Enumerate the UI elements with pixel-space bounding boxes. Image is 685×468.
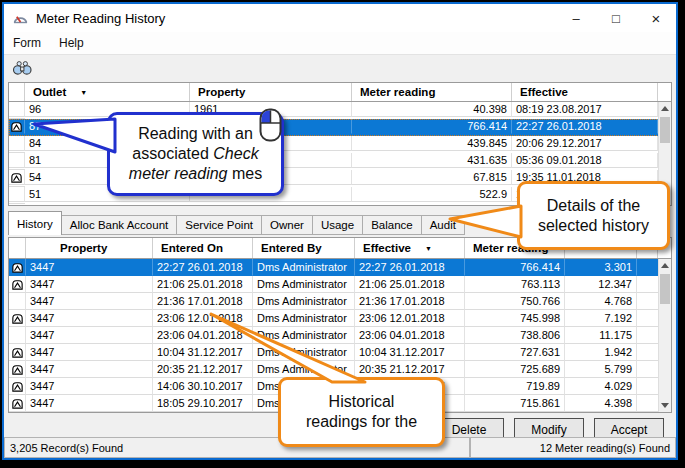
row-gutter [9,187,25,202]
row-gutter [9,119,25,134]
column-header-meter-reading[interactable]: Meter reading [352,83,512,101]
table-cell: 5.799 [565,361,637,378]
callout-line: selected history [520,216,667,236]
callout-line: Details of the [520,196,667,216]
history-table-scrollbar[interactable] [658,259,671,412]
scroll-down-icon[interactable] [659,399,671,412]
check-message-icon [10,171,23,184]
column-header-entered-by[interactable]: Entered By [253,238,355,258]
maximize-button[interactable]: □ [596,4,636,32]
tab-usage[interactable]: Usage [313,215,363,235]
column-header-property[interactable]: Property [26,238,153,258]
close-button[interactable]: × [636,4,676,32]
row-filler [637,327,658,344]
table-cell: 4.029 [565,378,637,395]
minimize-button[interactable]: – [556,4,596,32]
row-gutter [9,259,26,276]
row-gutter [9,136,25,151]
check-message-icon [11,346,24,359]
callout-line: Historical [281,392,442,412]
table-cell: 3447 [26,378,153,395]
table-cell: 23:06 04.01.2018 [355,327,465,344]
row-gutter [9,102,25,117]
table-cell: 3447 [26,344,153,361]
table-cell: 11.175 [565,327,637,344]
table-cell: 22:27 26.01.2018 [355,259,465,276]
table-cell: 3447 [26,276,153,293]
table-cell: 3447 [26,327,153,344]
scroll-up-icon[interactable] [659,102,671,115]
table-cell: 10:04 31.12.2017 [355,344,465,361]
table-cell: 3.301 [565,259,637,276]
table-cell: 3447 [26,361,153,378]
tab-service-point[interactable]: Service Point [177,215,262,235]
row-gutter [9,378,26,395]
screenshot-frame: Meter Reading History – □ × Form Help [0,0,685,468]
row-gutter [9,310,26,327]
check-message-icon [11,397,24,410]
sort-desc-icon: ▼ [80,89,87,96]
window-controls: – □ × [556,4,676,32]
tab-balance[interactable]: Balance [363,215,422,235]
table-cell: 763.113 [465,276,565,293]
table-cell: Dms Administrator [253,276,355,293]
table-cell: 3447 [26,259,153,276]
tab-owner[interactable]: Owner [262,215,313,235]
sort-desc-icon: ▼ [425,245,432,252]
table-cell: 431.635 [352,153,512,168]
check-message-icon [11,380,24,393]
row-filler [637,293,658,310]
callout-check-reading-tail [30,110,120,165]
callout-line: Reading with an [110,124,281,144]
row-filler [637,361,658,378]
table-cell: 21:06 25.01.2018 [355,276,465,293]
title-bar: Meter Reading History – □ × [4,4,676,32]
callout-line: associated Check [110,144,281,164]
column-header-effective[interactable]: Effective [512,83,658,101]
meter-reading-count: 12 Meter reading(s) Found [470,437,676,458]
window-title: Meter Reading History [36,11,165,26]
scrollbar-thumb[interactable] [660,274,670,304]
column-header-outlet[interactable]: Outlet ▼ [25,83,190,101]
table-cell: 20:06 29.12.2017 [512,136,658,151]
table-cell: 22:27 26.01.2018 [512,119,658,134]
callout-line: readings for the [281,412,442,432]
table-row[interactable]: 344721:06 25.01.2018Dms Administrator21:… [9,276,671,293]
table-cell: 18:05 29.10.2017 [153,395,253,412]
table-row[interactable]: 344722:27 26.01.2018Dms Administrator22:… [9,259,671,276]
table-cell: 766.414 [352,119,512,134]
scrollbar-thumb[interactable] [660,117,670,143]
check-message-icon [11,312,24,325]
table-cell: 20:35 21.12.2017 [355,361,465,378]
callout-details-tail [445,198,525,244]
menu-help[interactable]: Help [50,33,93,53]
table-cell: 727.631 [465,344,565,361]
table-cell: 3447 [26,293,153,310]
menu-bar: Form Help [4,32,676,54]
search-button[interactable] [9,57,35,79]
tab-alloc-bank-account[interactable]: Alloc Bank Account [62,215,177,235]
table-cell: 05:36 09.01.2018 [512,153,658,168]
table-cell: 766.414 [465,259,565,276]
menu-form[interactable]: Form [4,33,50,53]
row-filler [637,395,658,412]
table-cell: 3447 [26,395,153,412]
callout-historical: Historicalreadings for the [278,377,445,447]
check-message-icon [11,278,24,291]
row-gutter [9,293,26,310]
header-gutter [9,83,25,101]
callout-details: Details of theselected history [517,181,670,250]
column-header-property[interactable]: Property [190,83,352,101]
row-filler [637,259,658,276]
row-filler [637,310,658,327]
table-cell: 22:27 26.01.2018 [153,259,253,276]
table-cell: 745.998 [465,310,565,327]
table-cell: 4.768 [565,293,637,310]
binoculars-icon [12,60,33,76]
row-gutter [9,344,26,361]
scroll-up-icon[interactable] [659,259,671,272]
toolbar [4,54,676,81]
column-header-entered-on[interactable]: Entered On [153,238,253,258]
table-cell: 738.806 [465,327,565,344]
tab-history[interactable]: History [8,211,62,235]
